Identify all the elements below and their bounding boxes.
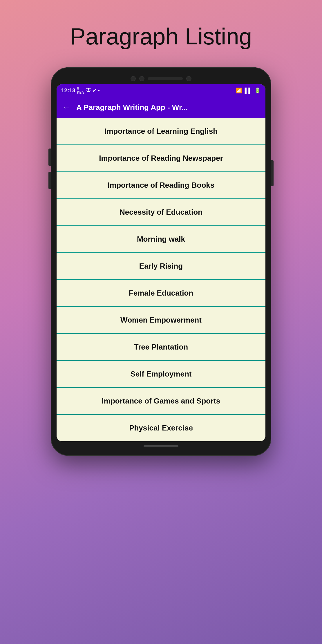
list-item[interactable]: Women Empowerment xyxy=(57,307,265,334)
status-bar-left: 12:13 6KB/s 🖼 ✔ • xyxy=(61,86,100,95)
phone-screen: 12:13 6KB/s 🖼 ✔ • 📶 ▌▌ 🔋 ← A Paragraph W… xyxy=(57,84,265,441)
earpiece-speaker xyxy=(148,77,183,80)
list-item[interactable]: Importance of Games and Sports xyxy=(57,388,265,415)
list-item[interactable]: Early Rising xyxy=(57,253,265,280)
front-sensor xyxy=(131,76,136,81)
list-item[interactable]: Necessity of Education xyxy=(57,199,265,226)
battery-icon: 🔋 xyxy=(254,87,261,94)
app-bar-title: A Paragraph Writing App - Wr... xyxy=(76,103,188,112)
shield-icon: ✔ xyxy=(93,88,96,93)
list-item[interactable]: Importance of Learning English xyxy=(57,118,265,145)
app-bar: ← A Paragraph Writing App - Wr... xyxy=(57,97,265,118)
volume-down-button[interactable] xyxy=(48,172,51,189)
list-item[interactable]: Physical Exercise xyxy=(57,415,265,441)
phone-bottom-bezel xyxy=(57,445,265,447)
back-button[interactable]: ← xyxy=(62,103,70,112)
volume-up-button[interactable] xyxy=(48,149,51,166)
list-item[interactable]: Female Education xyxy=(57,280,265,307)
list-item[interactable]: Importance of Reading Books xyxy=(57,172,265,199)
page-title: Paragraph Listing xyxy=(70,23,252,50)
wifi-icon: 📶 xyxy=(236,87,242,94)
gallery-icon: 🖼 xyxy=(86,88,91,93)
front-camera-right xyxy=(186,76,191,81)
phone-shell: 12:13 6KB/s 🖼 ✔ • 📶 ▌▌ 🔋 ← A Paragraph W… xyxy=(51,67,271,456)
phone-top-bezel xyxy=(57,76,265,81)
list-item[interactable]: Tree Plantation xyxy=(57,334,265,361)
home-indicator[interactable] xyxy=(144,445,178,447)
status-bar: 12:13 6KB/s 🖼 ✔ • 📶 ▌▌ 🔋 xyxy=(57,84,265,97)
data-speed: 6KB/s xyxy=(77,86,84,95)
list-item[interactable]: Self Employment xyxy=(57,361,265,388)
paragraph-list: Importance of Learning EnglishImportance… xyxy=(57,118,265,441)
front-camera xyxy=(139,76,144,81)
signal-icon: ▌▌ xyxy=(245,88,252,94)
status-time: 12:13 xyxy=(61,87,75,94)
camera-area xyxy=(131,76,191,81)
dot-indicator: • xyxy=(98,88,100,93)
status-bar-right: 📶 ▌▌ 🔋 xyxy=(236,87,261,94)
list-item[interactable]: Importance of Reading Newspaper xyxy=(57,145,265,172)
list-item[interactable]: Morning walk xyxy=(57,226,265,253)
power-button[interactable] xyxy=(271,160,274,186)
